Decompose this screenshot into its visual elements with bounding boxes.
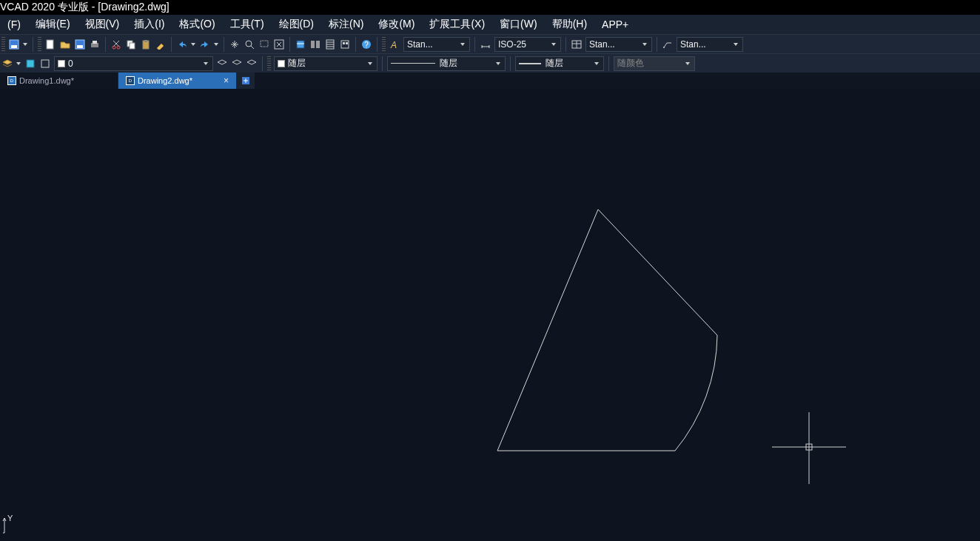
layer-filter-icon[interactable]	[38, 57, 52, 70]
text-style-value: Stan...	[407, 39, 433, 50]
toolbar-divider	[224, 37, 224, 52]
toolbar-grip[interactable]	[267, 56, 271, 71]
match-properties-icon[interactable]	[154, 38, 167, 51]
properties-icon[interactable]	[294, 38, 307, 51]
layer-states-icon[interactable]	[24, 57, 37, 70]
undo-icon[interactable]	[175, 38, 189, 51]
dim-style-value: ISO-25	[498, 39, 526, 50]
toolbar-grip[interactable]	[1, 37, 5, 52]
mleader-style-combo[interactable]: Stan...	[677, 37, 743, 52]
menu-dimension[interactable]: 标注(N)	[321, 16, 371, 33]
tool-palettes-icon[interactable]	[323, 38, 337, 51]
toolbar-divider	[377, 37, 377, 52]
lineweight-combo[interactable]: 随层	[515, 56, 604, 71]
dim-style-combo[interactable]: ISO-25	[494, 37, 561, 52]
menu-express[interactable]: 扩展工具(X)	[422, 16, 492, 33]
menu-draw[interactable]: 绘图(D)	[272, 16, 321, 33]
lineweight-sample	[519, 63, 541, 64]
menu-insert[interactable]: 插入(I)	[127, 16, 172, 33]
color-swatch	[278, 60, 285, 67]
svg-text:A: A	[390, 40, 397, 50]
dropdown-icon[interactable]	[685, 62, 690, 65]
menu-view[interactable]: 视图(V)	[78, 16, 127, 33]
zoom-icon[interactable]	[243, 38, 256, 51]
layer-isolate-icon[interactable]	[230, 57, 244, 70]
new-icon[interactable]	[44, 38, 57, 51]
table-style-combo[interactable]: Stan...	[585, 37, 652, 52]
layer-combo[interactable]: 0	[54, 56, 213, 71]
menu-app[interactable]: APP+	[594, 16, 636, 33]
document-tab-active[interactable]: D Drawing2.dwg* ×	[118, 73, 237, 89]
dim-style-icon[interactable]	[479, 38, 492, 51]
menu-bar: (F) 编辑(E) 视图(V) 插入(I) 格式(O) 工具(T) 绘图(D) …	[0, 15, 980, 34]
mleader-style-icon[interactable]	[661, 38, 674, 51]
pan-icon[interactable]	[228, 38, 241, 51]
dropdown-icon[interactable]	[594, 62, 599, 65]
menu-help[interactable]: 帮助(H)	[545, 16, 594, 33]
document-tab[interactable]: D Drawing1.dwg*	[0, 73, 118, 89]
zoom-window-icon[interactable]	[258, 38, 271, 51]
help-icon[interactable]: ?	[360, 38, 373, 51]
close-icon[interactable]: ×	[224, 75, 229, 86]
toolbar-divider	[657, 37, 657, 52]
dropdown-icon[interactable]	[191, 43, 195, 46]
svg-rect-25	[343, 42, 345, 44]
svg-rect-18	[311, 41, 315, 48]
cut-icon[interactable]	[110, 38, 123, 51]
dropdown-icon[interactable]	[204, 62, 208, 65]
text-style-combo[interactable]: Stan...	[403, 37, 470, 52]
dropdown-icon[interactable]	[16, 62, 21, 65]
dropdown-icon[interactable]	[23, 43, 27, 46]
toolbar-divider	[262, 56, 263, 71]
menu-window[interactable]: 窗口(W)	[492, 16, 545, 33]
copy-icon[interactable]	[124, 38, 138, 51]
linetype-combo[interactable]: 随层	[387, 56, 506, 71]
menu-format[interactable]: 格式(O)	[172, 16, 222, 33]
dropdown-icon[interactable]	[214, 43, 218, 46]
table-style-value: Stan...	[589, 39, 615, 50]
dropdown-icon[interactable]	[551, 43, 556, 46]
tab-label: Drawing1.dwg*	[19, 76, 74, 85]
menu-tools[interactable]: 工具(T)	[223, 16, 272, 33]
text-style-icon[interactable]: A	[388, 38, 401, 51]
drawing-canvas[interactable]: Y	[0, 89, 980, 541]
plotstyle-combo[interactable]: 随颜色	[614, 56, 695, 71]
svg-rect-16	[297, 41, 304, 48]
table-style-icon[interactable]	[570, 38, 583, 51]
save-icon[interactable]	[7, 38, 21, 51]
menu-modify[interactable]: 修改(M)	[371, 16, 422, 33]
toolbar-divider	[105, 37, 106, 52]
layer-previous-icon[interactable]	[215, 57, 229, 70]
new-tab-button[interactable]	[237, 73, 255, 89]
menu-edit[interactable]: 编辑(E)	[28, 16, 78, 33]
paste-icon[interactable]	[139, 38, 152, 51]
toolbar-grip[interactable]	[38, 37, 41, 52]
title-bar: VCAD 2020 专业版 - [Drawing2.dwg]	[0, 0, 980, 15]
plotstyle-value: 随颜色	[617, 57, 644, 70]
dropdown-icon[interactable]	[734, 43, 738, 46]
layer-color-swatch	[58, 60, 65, 67]
dropdown-icon[interactable]	[496, 62, 500, 65]
dropdown-icon[interactable]	[368, 62, 372, 65]
toolbar-divider	[565, 37, 566, 52]
svg-line-38	[497, 209, 598, 451]
open-icon[interactable]	[58, 38, 72, 51]
toolbar-divider	[608, 56, 609, 71]
layer-value: 0	[68, 58, 73, 69]
dropdown-icon[interactable]	[642, 43, 647, 46]
menu-file[interactable]: (F)	[0, 16, 28, 33]
redo-icon[interactable]	[198, 38, 212, 51]
document-tabs: D Drawing1.dwg* D Drawing2.dwg* ×	[0, 73, 980, 89]
layer-freeze-icon[interactable]	[245, 57, 258, 70]
print-icon[interactable]	[88, 38, 101, 51]
layer-manager-icon[interactable]	[1, 57, 14, 70]
toolbar-grip[interactable]	[382, 37, 386, 52]
sheet-set-icon[interactable]	[338, 38, 352, 51]
color-combo[interactable]: 随层	[274, 56, 377, 71]
save-icon[interactable]	[73, 38, 87, 51]
toolbar-divider	[474, 37, 475, 52]
design-center-icon[interactable]	[309, 38, 322, 51]
zoom-extents-icon[interactable]	[272, 38, 286, 51]
window-title: VCAD 2020 专业版 - [Drawing2.dwg]	[0, 1, 170, 14]
dropdown-icon[interactable]	[460, 43, 465, 46]
